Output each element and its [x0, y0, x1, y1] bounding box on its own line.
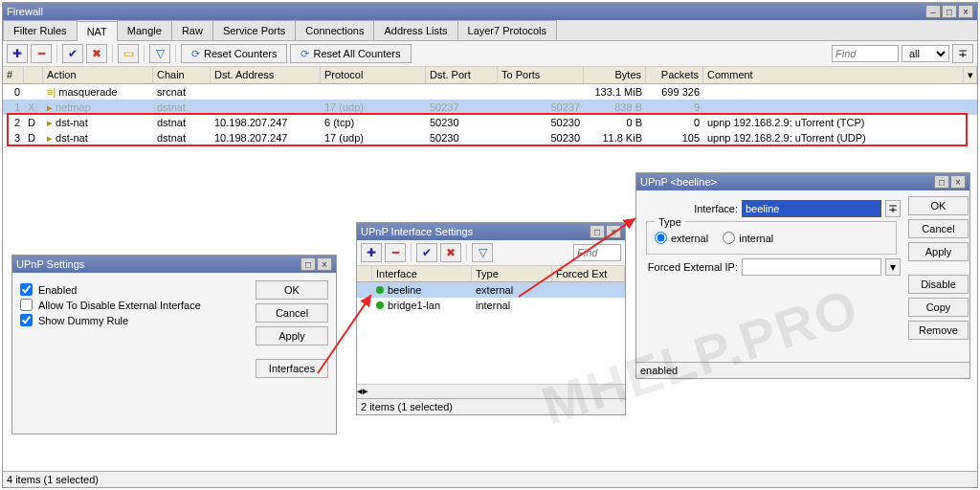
comment-icon[interactable]: ▭ [118, 44, 139, 63]
interface-row[interactable]: beelineexternal [357, 282, 625, 298]
tab-address-lists[interactable]: Address Lists [373, 20, 457, 40]
ok-button[interactable]: OK [908, 196, 969, 215]
upnp-interface-title: UPnP Interface Settings [361, 226, 589, 237]
col-menu-icon[interactable]: ▾ [964, 67, 977, 83]
forced-ip-input[interactable] [742, 258, 881, 276]
col-flag[interactable] [24, 67, 43, 83]
close-icon[interactable]: × [950, 175, 966, 189]
filter-icon[interactable]: ▽ [472, 243, 493, 262]
col-type[interactable]: Type [472, 266, 552, 281]
maximize-icon[interactable]: □ [590, 225, 605, 238]
interface-label: Interface: [642, 203, 738, 214]
col-forced[interactable]: Forced Ext [552, 266, 625, 281]
show-dummy-checkbox[interactable]: Show Dummy Rule [20, 314, 246, 326]
col-flag[interactable] [357, 266, 372, 281]
tab-filter-rules[interactable]: Filter Rules [3, 20, 78, 40]
separator [144, 45, 145, 62]
tab-raw[interactable]: Raw [171, 20, 213, 40]
upnp-interface-window: UPnP Interface Settings □ × ✚ ━ ✔ ✖ ▽ In… [356, 222, 626, 415]
firewall-tabs: Filter RulesNATMangleRawService PortsCon… [3, 20, 977, 41]
reset-all-counters-button[interactable]: ⟳Reset All Counters [290, 44, 411, 63]
find-input[interactable] [832, 45, 899, 62]
col-num[interactable]: # [3, 67, 24, 83]
cancel-button[interactable]: Cancel [256, 303, 328, 323]
close-icon[interactable]: × [606, 225, 621, 238]
external-radio[interactable]: external [655, 232, 708, 244]
interfaces-button[interactable]: Interfaces [256, 359, 328, 378]
upnp-beeline-window: UPnP <beeline> □ × Interface: ∓ Type ext… [635, 172, 970, 379]
remove-icon[interactable]: ━ [385, 243, 406, 262]
enable-icon[interactable]: ✔ [416, 243, 437, 262]
separator [175, 45, 176, 62]
upnp-beeline-title: UPnP <beeline> [640, 176, 933, 188]
cancel-button[interactable]: Cancel [908, 219, 969, 238]
interface-row[interactable]: bridge1-laninternal [357, 298, 625, 313]
col-proto[interactable]: Protocol [321, 67, 426, 83]
nat-row[interactable]: 0≡| masqueradesrcnat133.1 MiB699 326 [3, 84, 977, 100]
allow-disable-checkbox[interactable]: Allow To Disable External Interface [20, 299, 246, 311]
nat-grid-header: # Action Chain Dst. Address Protocol Dst… [3, 67, 977, 84]
tab-service-ports[interactable]: Service Ports [212, 20, 296, 40]
separator [56, 45, 57, 62]
apply-button[interactable]: Apply [908, 242, 969, 261]
firewall-toolbar: ✚ ━ ✔ ✖ ▭ ▽ ⟳Reset Counters ⟳Reset All C… [3, 41, 977, 67]
dropdown-icon[interactable]: ∓ [885, 200, 901, 217]
close-icon[interactable]: × [958, 5, 973, 18]
apply-button[interactable]: Apply [256, 326, 328, 345]
type-legend: Type [655, 216, 685, 228]
col-toports[interactable]: To Ports [498, 67, 584, 83]
internal-radio[interactable]: internal [723, 232, 773, 244]
disable-button[interactable]: Disable [908, 275, 969, 294]
upnp-interface-titlebar: UPnP Interface Settings □ × [357, 223, 625, 240]
upnp-settings-window: UPnP Settings □ × Enabled Allow To Disab… [11, 255, 337, 434]
add-icon[interactable]: ✚ [7, 44, 28, 63]
col-dst[interactable]: Dst. Address [211, 67, 321, 83]
col-comment[interactable]: Comment [703, 67, 964, 83]
highlight-box [7, 113, 968, 146]
firewall-status: 4 items (1 selected) [3, 471, 977, 487]
reset-counters-button[interactable]: ⟳Reset Counters [181, 44, 287, 63]
maximize-icon[interactable]: □ [934, 175, 949, 189]
remove-button[interactable]: Remove [908, 321, 969, 340]
ok-button[interactable]: OK [256, 280, 328, 300]
firewall-title: Firewall [7, 6, 924, 17]
add-icon[interactable]: ✚ [361, 243, 382, 262]
enable-icon[interactable]: ✔ [62, 44, 83, 63]
filter-icon[interactable]: ▽ [149, 44, 170, 63]
separator [112, 45, 113, 62]
upnp-settings-title: UPnP Settings [16, 258, 300, 270]
upnp-interface-status: 2 items (1 selected) [357, 398, 625, 414]
upnp-settings-titlebar: UPnP Settings □ × [12, 256, 336, 273]
upnp-beeline-status: enabled [636, 362, 969, 378]
maximize-icon[interactable]: □ [301, 257, 316, 271]
disable-icon[interactable]: ✖ [440, 243, 461, 262]
close-icon[interactable]: × [317, 257, 332, 271]
forced-ip-label: Forced External IP: [642, 261, 738, 273]
maximize-icon[interactable]: □ [942, 5, 957, 18]
enabled-checkbox[interactable]: Enabled [20, 283, 246, 296]
dropdown-icon[interactable]: ∓ [952, 44, 973, 63]
tab-nat[interactable]: NAT [77, 21, 118, 41]
interface-grid: Interface Type Forced Ext beelineexterna… [357, 266, 625, 384]
col-chain[interactable]: Chain [153, 67, 211, 83]
remove-icon[interactable]: ━ [31, 44, 52, 63]
find-input[interactable] [573, 244, 621, 261]
col-packets[interactable]: Packets [646, 67, 703, 83]
tab-mangle[interactable]: Mangle [117, 20, 172, 40]
col-bytes[interactable]: Bytes [584, 67, 646, 83]
tab-layer7-protocols[interactable]: Layer7 Protocols [457, 20, 558, 40]
upnp-interface-toolbar: ✚ ━ ✔ ✖ ▽ [357, 240, 625, 266]
copy-button[interactable]: Copy [908, 298, 969, 317]
interface-input[interactable] [742, 200, 881, 217]
filter-select[interactable]: all [902, 45, 949, 62]
tab-connections[interactable]: Connections [295, 20, 374, 40]
upnp-beeline-titlebar: UPnP <beeline> □ × [636, 173, 969, 190]
col-action[interactable]: Action [43, 67, 153, 83]
col-interface[interactable]: Interface [372, 266, 472, 281]
col-dport[interactable]: Dst. Port [426, 67, 498, 83]
h-scrollbar[interactable]: ◂▸ [357, 385, 625, 398]
firewall-title-bar: Firewall – □ × [3, 3, 977, 20]
dropdown-icon[interactable]: ▾ [885, 258, 901, 276]
disable-icon[interactable]: ✖ [86, 44, 107, 63]
minimize-icon[interactable]: – [925, 5, 941, 18]
